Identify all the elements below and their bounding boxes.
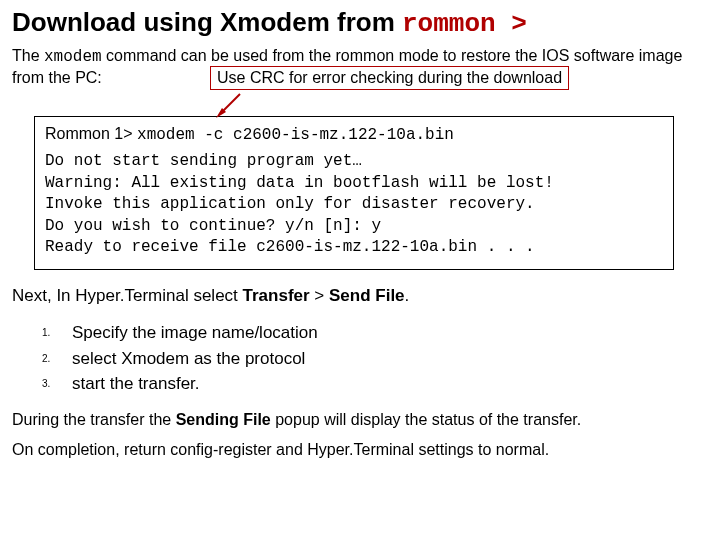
terminal-line: Invoke this application only for disaste…: [45, 194, 663, 216]
step-text: start the transfer.: [72, 374, 200, 393]
next-post: .: [405, 286, 410, 305]
next-sendfile: Send File: [329, 286, 405, 305]
terminal-prompt: Rommon 1>: [45, 125, 133, 142]
next-mid: >: [310, 286, 329, 305]
crc-callout: Use CRC for error checking during the do…: [210, 66, 569, 90]
terminal-line: Do you wish to continue? y/n [n]: y: [45, 216, 663, 238]
para1-bold: Sending File: [176, 411, 271, 428]
next-step-line: Next, In Hyper.Terminal select Transfer …: [12, 286, 708, 306]
list-item: 1.Specify the image name/location: [42, 320, 708, 346]
step-text: select Xmodem as the protocol: [72, 349, 305, 368]
terminal-line: Ready to receive file c2600-is-mz.122-10…: [45, 237, 663, 259]
title-mono: rommon >: [402, 9, 527, 39]
list-item: 2.select Xmodem as the protocol: [42, 346, 708, 372]
completion-paragraph: On completion, return config-register an…: [12, 441, 708, 459]
next-transfer: Transfer: [243, 286, 310, 305]
terminal-command-line: Rommon 1> xmodem -c c2600-is-mz.122-10a.…: [45, 123, 663, 147]
next-pre: Next, In Hyper.Terminal select: [12, 286, 243, 305]
para1-pre: During the transfer the: [12, 411, 176, 428]
terminal-line: Do not start sending program yet…: [45, 151, 663, 173]
steps-list: 1.Specify the image name/location 2.sele…: [42, 320, 708, 397]
list-item: 3.start the transfer.: [42, 371, 708, 397]
intro-pre: The: [12, 47, 44, 64]
svg-line-0: [220, 94, 240, 114]
title-text: Download using Xmodem from: [12, 7, 402, 37]
step-number: 2.: [42, 351, 50, 366]
during-transfer-paragraph: During the transfer the Sending File pop…: [12, 411, 708, 429]
terminal-command: xmodem -c c2600-is-mz.122-10a.bin: [137, 126, 454, 144]
step-number: 3.: [42, 376, 50, 391]
terminal-line: Warning: All existing data in bootflash …: [45, 173, 663, 195]
terminal-box: Rommon 1> xmodem -c c2600-is-mz.122-10a.…: [34, 116, 674, 270]
intro-cmd: xmodem: [44, 48, 102, 66]
step-number: 1.: [42, 325, 50, 340]
para1-post: popup will display the status of the tra…: [271, 411, 581, 428]
page-title: Download using Xmodem from rommon >: [12, 8, 708, 40]
step-text: Specify the image name/location: [72, 323, 318, 342]
